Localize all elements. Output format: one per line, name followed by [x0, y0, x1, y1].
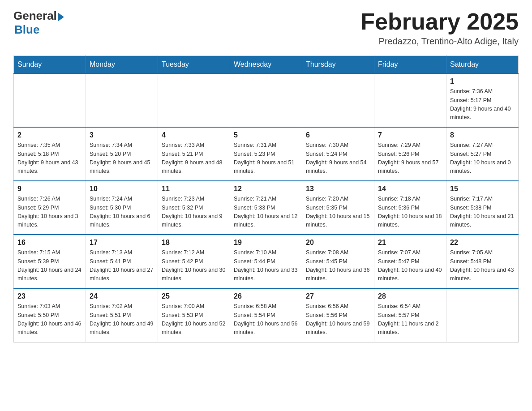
- calendar-header-row: SundayMondayTuesdayWednesdayThursdayFrid…: [14, 56, 519, 74]
- calendar-cell: 11Sunrise: 7:23 AMSunset: 5:32 PMDayligh…: [158, 181, 230, 235]
- calendar-cell: 23Sunrise: 7:03 AMSunset: 5:50 PMDayligh…: [14, 288, 86, 342]
- calendar-week-row: 16Sunrise: 7:15 AMSunset: 5:39 PMDayligh…: [14, 235, 519, 288]
- calendar-cell: 3Sunrise: 7:34 AMSunset: 5:20 PMDaylight…: [86, 127, 158, 181]
- day-number: 1: [450, 77, 515, 86]
- calendar-cell: 6Sunrise: 7:30 AMSunset: 5:24 PMDaylight…: [302, 127, 374, 181]
- calendar-cell: 20Sunrise: 7:08 AMSunset: 5:45 PMDayligh…: [302, 235, 374, 288]
- day-info: Sunrise: 6:56 AMSunset: 5:56 PMDaylight:…: [306, 302, 370, 337]
- calendar-week-row: 9Sunrise: 7:26 AMSunset: 5:29 PMDaylight…: [14, 181, 519, 235]
- day-number: 9: [17, 185, 82, 193]
- weekday-header-tuesday: Tuesday: [158, 56, 230, 74]
- calendar-cell: 22Sunrise: 7:05 AMSunset: 5:48 PMDayligh…: [446, 235, 519, 288]
- calendar-cell: 10Sunrise: 7:24 AMSunset: 5:30 PMDayligh…: [86, 181, 158, 235]
- day-number: 17: [90, 239, 154, 247]
- day-info: Sunrise: 7:29 AMSunset: 5:26 PMDaylight:…: [378, 141, 442, 176]
- calendar-cell: 9Sunrise: 7:26 AMSunset: 5:29 PMDaylight…: [14, 181, 86, 235]
- day-info: Sunrise: 7:34 AMSunset: 5:20 PMDaylight:…: [90, 141, 154, 176]
- day-info: Sunrise: 7:31 AMSunset: 5:23 PMDaylight:…: [234, 141, 298, 176]
- day-info: Sunrise: 7:23 AMSunset: 5:32 PMDaylight:…: [162, 195, 226, 230]
- day-number: 28: [378, 292, 442, 300]
- day-info: Sunrise: 7:20 AMSunset: 5:35 PMDaylight:…: [306, 195, 370, 230]
- calendar-cell: [230, 73, 302, 127]
- calendar-cell: 14Sunrise: 7:18 AMSunset: 5:36 PMDayligh…: [374, 181, 446, 235]
- day-info: Sunrise: 7:33 AMSunset: 5:21 PMDaylight:…: [162, 141, 226, 176]
- location-title: Predazzo, Trentino-Alto Adige, Italy: [360, 36, 519, 47]
- calendar-cell: 17Sunrise: 7:13 AMSunset: 5:41 PMDayligh…: [86, 235, 158, 288]
- day-number: 5: [234, 131, 298, 139]
- day-info: Sunrise: 6:54 AMSunset: 5:57 PMDaylight:…: [378, 302, 442, 337]
- calendar-cell: 24Sunrise: 7:02 AMSunset: 5:51 PMDayligh…: [86, 288, 158, 342]
- weekday-header-thursday: Thursday: [302, 56, 374, 74]
- day-number: 27: [306, 292, 370, 300]
- calendar-cell: [302, 73, 374, 127]
- calendar-cell: [158, 73, 230, 127]
- day-info: Sunrise: 7:26 AMSunset: 5:29 PMDaylight:…: [17, 195, 82, 230]
- calendar-cell: 25Sunrise: 7:00 AMSunset: 5:53 PMDayligh…: [158, 288, 230, 342]
- calendar-cell: 2Sunrise: 7:35 AMSunset: 5:18 PMDaylight…: [14, 127, 86, 181]
- day-number: 23: [17, 292, 82, 300]
- weekday-header-sunday: Sunday: [14, 56, 86, 74]
- day-number: 12: [234, 185, 298, 193]
- calendar-cell: 4Sunrise: 7:33 AMSunset: 5:21 PMDaylight…: [158, 127, 230, 181]
- day-info: Sunrise: 7:30 AMSunset: 5:24 PMDaylight:…: [306, 141, 370, 176]
- day-info: Sunrise: 7:10 AMSunset: 5:44 PMDaylight:…: [234, 248, 298, 283]
- day-number: 10: [90, 185, 154, 193]
- calendar-week-row: 23Sunrise: 7:03 AMSunset: 5:50 PMDayligh…: [14, 288, 519, 342]
- day-info: Sunrise: 7:08 AMSunset: 5:45 PMDaylight:…: [306, 248, 370, 283]
- calendar-cell: 18Sunrise: 7:12 AMSunset: 5:42 PMDayligh…: [158, 235, 230, 288]
- day-number: 14: [378, 185, 442, 193]
- calendar-cell: [14, 73, 86, 127]
- calendar-table: SundayMondayTuesdayWednesdayThursdayFrid…: [13, 56, 519, 342]
- day-number: 6: [306, 131, 370, 139]
- logo-general-text: General: [13, 9, 57, 23]
- calendar-cell: 7Sunrise: 7:29 AMSunset: 5:26 PMDaylight…: [374, 127, 446, 181]
- day-info: Sunrise: 6:58 AMSunset: 5:54 PMDaylight:…: [234, 302, 298, 337]
- calendar-cell: [86, 73, 158, 127]
- calendar-cell: 12Sunrise: 7:21 AMSunset: 5:33 PMDayligh…: [230, 181, 302, 235]
- calendar-cell: 16Sunrise: 7:15 AMSunset: 5:39 PMDayligh…: [14, 235, 86, 288]
- weekday-header-saturday: Saturday: [446, 56, 519, 74]
- calendar-cell: [446, 288, 519, 342]
- day-info: Sunrise: 7:17 AMSunset: 5:38 PMDaylight:…: [450, 195, 515, 230]
- day-number: 4: [162, 131, 226, 139]
- day-info: Sunrise: 7:35 AMSunset: 5:18 PMDaylight:…: [17, 141, 82, 176]
- weekday-header-monday: Monday: [86, 56, 158, 74]
- weekday-header-friday: Friday: [374, 56, 446, 74]
- calendar-cell: 15Sunrise: 7:17 AMSunset: 5:38 PMDayligh…: [446, 181, 519, 235]
- logo-blue-text: Blue: [14, 23, 39, 37]
- calendar-cell: 21Sunrise: 7:07 AMSunset: 5:47 PMDayligh…: [374, 235, 446, 288]
- day-number: 22: [450, 239, 515, 247]
- day-number: 13: [306, 185, 370, 193]
- day-info: Sunrise: 7:21 AMSunset: 5:33 PMDaylight:…: [234, 195, 298, 230]
- day-info: Sunrise: 7:00 AMSunset: 5:53 PMDaylight:…: [162, 302, 226, 337]
- day-number: 8: [450, 131, 515, 139]
- calendar-week-row: 1Sunrise: 7:36 AMSunset: 5:17 PMDaylight…: [14, 73, 519, 127]
- day-number: 21: [378, 239, 442, 247]
- day-number: 24: [90, 292, 154, 300]
- calendar-cell: 8Sunrise: 7:27 AMSunset: 5:27 PMDaylight…: [446, 127, 519, 181]
- calendar-cell: 28Sunrise: 6:54 AMSunset: 5:57 PMDayligh…: [374, 288, 446, 342]
- calendar-cell: 27Sunrise: 6:56 AMSunset: 5:56 PMDayligh…: [302, 288, 374, 342]
- day-info: Sunrise: 7:02 AMSunset: 5:51 PMDaylight:…: [90, 302, 154, 337]
- day-number: 20: [306, 239, 370, 247]
- calendar-cell: 26Sunrise: 6:58 AMSunset: 5:54 PMDayligh…: [230, 288, 302, 342]
- day-number: 15: [450, 185, 515, 193]
- day-number: 2: [17, 131, 82, 139]
- calendar-cell: 1Sunrise: 7:36 AMSunset: 5:17 PMDaylight…: [446, 73, 519, 127]
- weekday-header-wednesday: Wednesday: [230, 56, 302, 74]
- day-info: Sunrise: 7:24 AMSunset: 5:30 PMDaylight:…: [90, 195, 154, 230]
- calendar-week-row: 2Sunrise: 7:35 AMSunset: 5:18 PMDaylight…: [14, 127, 519, 181]
- calendar-cell: 13Sunrise: 7:20 AMSunset: 5:35 PMDayligh…: [302, 181, 374, 235]
- logo: General Blue: [13, 9, 64, 37]
- day-info: Sunrise: 7:07 AMSunset: 5:47 PMDaylight:…: [378, 248, 442, 283]
- page-header: General Blue February 2025 Predazzo, Tre…: [13, 9, 519, 47]
- calendar-cell: 19Sunrise: 7:10 AMSunset: 5:44 PMDayligh…: [230, 235, 302, 288]
- day-number: 19: [234, 239, 298, 247]
- day-number: 26: [234, 292, 298, 300]
- day-number: 25: [162, 292, 226, 300]
- day-info: Sunrise: 7:03 AMSunset: 5:50 PMDaylight:…: [17, 302, 82, 337]
- day-number: 3: [90, 131, 154, 139]
- day-info: Sunrise: 7:05 AMSunset: 5:48 PMDaylight:…: [450, 248, 515, 283]
- title-area: February 2025 Predazzo, Trentino-Alto Ad…: [360, 9, 519, 47]
- calendar-cell: [374, 73, 446, 127]
